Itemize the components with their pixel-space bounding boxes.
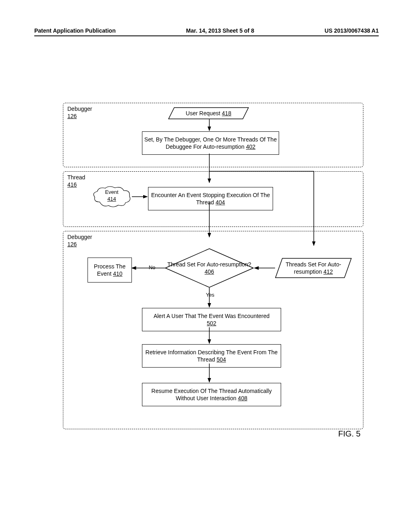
- event-cloud: Event 414: [92, 186, 132, 208]
- resume-box: Resume Execution Of The Thread Automatic…: [142, 383, 281, 406]
- lane-title: Debugger: [67, 106, 92, 112]
- process-event-box: Process The Event 410: [88, 258, 132, 283]
- lane-debugger-1: Debugger 126 User Request 418 Set, By Th…: [63, 103, 363, 167]
- lane-ref: 126: [67, 241, 92, 247]
- decision-diamond: Thread Set For Auto-resumption? 406: [165, 248, 254, 288]
- alert-box: Alert A User That The Event Was Encounte…: [142, 308, 281, 331]
- process-event-text: Process The Event 410: [90, 263, 130, 277]
- user-request-text: User Request 418: [186, 110, 232, 117]
- lane-label-debugger-2: Debugger 126: [67, 234, 92, 247]
- retrieve-box: Retrieve Information Describing The Even…: [142, 344, 281, 368]
- decision-text: Thread Set For Auto-resumption? 406: [167, 261, 251, 275]
- no-label: No: [144, 264, 160, 272]
- lane-title: Debugger: [67, 234, 92, 240]
- lane-thread: Thread 416 Event 414 Encounter An Event …: [63, 171, 363, 227]
- lane-ref: 416: [67, 181, 85, 188]
- lane-ref: 126: [67, 113, 92, 119]
- lane-title: Thread: [67, 174, 85, 181]
- yes-label: Yes: [202, 291, 218, 299]
- retrieve-text: Retrieve Information Describing The Even…: [144, 349, 279, 363]
- page-header: Patent Application Publication Mar. 14, …: [34, 35, 379, 43]
- user-request-shape: User Request 418: [168, 107, 249, 119]
- lane-debugger-2: Debugger 126 Process The Event 410 Threa…: [63, 231, 363, 429]
- lane-label-thread: Thread 416: [67, 174, 85, 188]
- set-threads-box: Set, By The Debugger, One Or More Thread…: [142, 131, 279, 155]
- header-center: Mar. 14, 2013 Sheet 5 of 8: [186, 27, 254, 34]
- encounter-text: Encounter An Event Stopping Execution Of…: [150, 191, 271, 206]
- encounter-box: Encounter An Event Stopping Execution Of…: [148, 187, 273, 210]
- threads-set-shape: Threads Set For Auto-resumption 412: [275, 258, 352, 278]
- event-text: Event 414: [105, 189, 118, 203]
- figure-label: FIG. 5: [338, 429, 361, 438]
- alert-text: Alert A User That The Event Was Encounte…: [154, 312, 270, 327]
- header-left: Patent Application Publication: [34, 27, 116, 34]
- lane-label-debugger-1: Debugger 126: [67, 106, 92, 119]
- resume-text: Resume Execution Of The Thread Automatic…: [144, 387, 279, 402]
- set-threads-text: Set, By The Debugger, One Or More Thread…: [144, 136, 277, 150]
- flowchart-diagram: Debugger 126 User Request 418 Set, By Th…: [63, 103, 363, 433]
- threads-set-text: Threads Set For Auto-resumption 412: [275, 261, 352, 275]
- header-right: US 2013/0067438 A1: [325, 27, 379, 34]
